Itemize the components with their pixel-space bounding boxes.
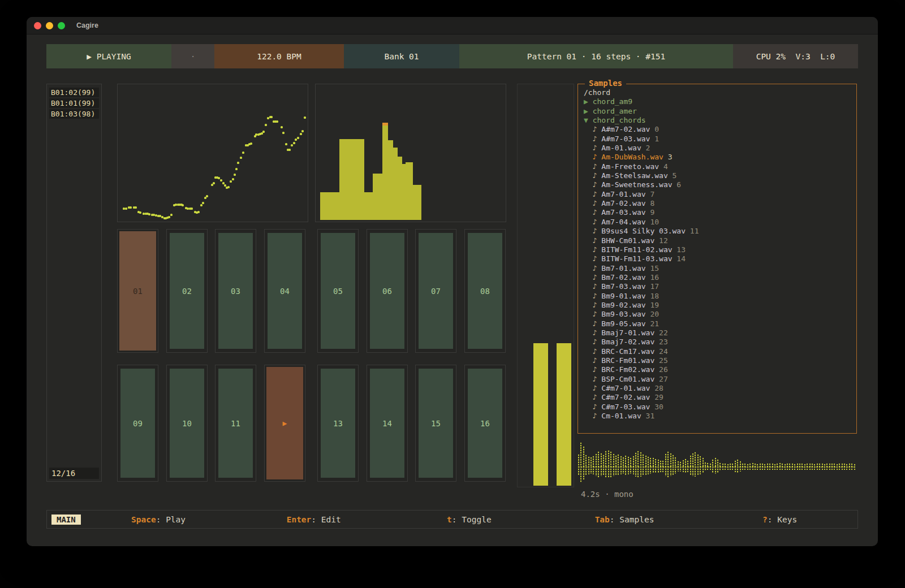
sample-file-row[interactable]: ♪ Am-Freeto.wav 4 bbox=[584, 162, 851, 171]
waveform-column bbox=[759, 463, 761, 467]
folder-row-chord_chords[interactable]: ▼ chord_chords bbox=[584, 116, 851, 125]
waveform-column bbox=[620, 456, 622, 467]
sample-file-row-selected[interactable]: ♪ Am-DubWash.wav 3 bbox=[584, 153, 851, 162]
waveform-column bbox=[607, 450, 610, 467]
scatter-point bbox=[125, 207, 127, 210]
waveform-column bbox=[615, 455, 617, 467]
waveform-column bbox=[642, 468, 644, 475]
status-bank: Bank 01 bbox=[344, 44, 459, 68]
sample-file-row[interactable]: ♪ BHW-Cm01.wav 12 bbox=[584, 236, 851, 245]
waveform-column bbox=[831, 468, 833, 470]
close-icon[interactable] bbox=[34, 22, 41, 29]
zoom-icon[interactable] bbox=[58, 22, 65, 29]
pad-14[interactable]: 14 bbox=[367, 365, 408, 482]
pad-09[interactable]: 09 bbox=[117, 365, 158, 482]
waveform-column bbox=[811, 463, 813, 467]
sample-file-row[interactable]: ♪ Bm7-02.wav 16 bbox=[584, 273, 851, 282]
chevron-right-icon: ▶ bbox=[584, 107, 593, 115]
pad-16[interactable]: 16 bbox=[464, 365, 506, 482]
music-note-icon: ♪ bbox=[584, 356, 601, 365]
pad-11[interactable]: 11 bbox=[215, 365, 256, 482]
sample-file-row[interactable]: ♪ Am-Sweetness.wav 6 bbox=[584, 180, 851, 189]
waveform-column bbox=[588, 456, 590, 467]
waveform-column bbox=[622, 468, 624, 474]
pad-02[interactable]: 02 bbox=[166, 229, 208, 353]
pad-10[interactable]: 10 bbox=[166, 365, 208, 482]
waveform-column bbox=[717, 459, 719, 467]
sample-file-row[interactable]: ♪ Bm9-03.wav 20 bbox=[584, 310, 851, 319]
waveform-column bbox=[694, 468, 696, 477]
status-bpm: 122.0 BPM bbox=[214, 44, 344, 68]
sample-file-row[interactable]: ♪ BITW-Fm11-02.wav 13 bbox=[584, 245, 851, 254]
waveform-column bbox=[657, 468, 660, 473]
waveform-column bbox=[615, 468, 617, 475]
vu-meter-left bbox=[533, 343, 548, 486]
waveform-column bbox=[833, 463, 835, 467]
pad-07[interactable]: 07 bbox=[415, 229, 456, 353]
waveform-column bbox=[652, 457, 654, 467]
pad-12[interactable]: ▶ bbox=[264, 365, 305, 482]
sample-file-row[interactable]: ♪ Bm9-01.wav 18 bbox=[584, 292, 851, 301]
sample-file-row[interactable]: ♪ C#m7-03.wav 30 bbox=[584, 403, 851, 412]
waveform-column bbox=[826, 468, 828, 470]
sample-file-row[interactable]: ♪ B9sus4 Silky 03.wav 11 bbox=[584, 227, 851, 236]
key-name: Space bbox=[131, 515, 156, 524]
chevron-down-icon: ▼ bbox=[584, 116, 593, 124]
scatter-point bbox=[143, 213, 145, 215]
waveform-column bbox=[806, 463, 808, 467]
sample-file-row[interactable]: ♪ Bm9-05.wav 21 bbox=[584, 319, 851, 328]
sample-file-row[interactable]: ♪ BSP-Cm01.wav 27 bbox=[584, 375, 851, 384]
pad-15[interactable]: 15 bbox=[415, 365, 456, 482]
waveform-column bbox=[809, 463, 811, 467]
sample-file-row[interactable]: ♪ Am-01.wav 2 bbox=[584, 144, 851, 153]
sample-file-row[interactable]: ♪ Bmaj7-02.wav 23 bbox=[584, 338, 851, 347]
waveform-column bbox=[627, 456, 630, 467]
folder-row-chord_am9[interactable]: ▶ chord_am9 bbox=[584, 97, 851, 106]
waveform-column bbox=[754, 463, 756, 467]
waveform-column bbox=[794, 468, 796, 470]
sample-file-row[interactable]: ♪ Bm7-01.wav 15 bbox=[584, 264, 851, 273]
pad-13[interactable]: 13 bbox=[317, 365, 359, 482]
sample-file-row[interactable]: ♪ Bm7-03.wav 17 bbox=[584, 282, 851, 291]
pad-01[interactable]: 01 bbox=[117, 229, 158, 353]
waveform-column bbox=[816, 463, 818, 467]
sample-file-row[interactable]: ♪ Am7-02.wav 8 bbox=[584, 199, 851, 208]
waveform-column bbox=[637, 451, 639, 467]
waveform-column bbox=[605, 451, 607, 467]
waveform-column bbox=[801, 468, 803, 470]
sample-file-row[interactable]: ♪ Am7-04.wav 10 bbox=[584, 218, 851, 227]
sample-file-row[interactable]: ♪ Bm9-02.wav 19 bbox=[584, 301, 851, 310]
sample-file-row[interactable]: ♪ C#m7-02.wav 29 bbox=[584, 393, 851, 402]
sample-file-row[interactable]: ♪ Am-Steelsaw.wav 5 bbox=[584, 171, 851, 180]
waveform-column bbox=[712, 468, 714, 473]
music-note-icon: ♪ bbox=[584, 393, 601, 401]
sample-file-row[interactable]: ♪ Am7-03.wav 9 bbox=[584, 208, 851, 217]
minimize-icon[interactable] bbox=[46, 22, 53, 29]
pad-05[interactable]: 05 bbox=[317, 229, 359, 353]
waveform-column bbox=[674, 457, 676, 467]
sample-file-row[interactable]: ♪ Bmaj7-01.wav 22 bbox=[584, 328, 851, 338]
sample-file-row[interactable]: ♪ A#m7-03.wav 1 bbox=[584, 135, 851, 144]
sample-file-row[interactable]: ♪ Cm-01.wav 31 bbox=[584, 412, 851, 421]
waveform-column bbox=[734, 468, 736, 472]
pad-08[interactable]: 08 bbox=[464, 229, 506, 353]
sample-file-row[interactable]: ♪ C#m7-01.wav 28 bbox=[584, 384, 851, 393]
sample-file-row[interactable]: ♪ BRC-Fm02.wav 26 bbox=[584, 365, 851, 374]
sample-file-row[interactable]: ♪ Am7-01.wav 7 bbox=[584, 190, 851, 199]
waveform-column bbox=[749, 463, 751, 467]
waveform-column bbox=[734, 460, 736, 467]
waveform-column bbox=[722, 463, 724, 467]
waveform-column bbox=[660, 460, 662, 467]
folder-row-chord_amer[interactable]: ▶ chord_amer bbox=[584, 107, 851, 116]
waveform-column bbox=[836, 464, 838, 467]
pad-04[interactable]: 04 bbox=[264, 229, 305, 353]
waveform-column bbox=[821, 463, 824, 467]
file-name: Bm9-05.wav bbox=[601, 319, 645, 328]
pad-06[interactable]: 06 bbox=[367, 229, 408, 353]
play-icon: ▶ bbox=[266, 367, 303, 479]
sample-file-row[interactable]: ♪ BITW-Fm11-03.wav 14 bbox=[584, 254, 851, 263]
sample-file-row[interactable]: ♪ BRC-Cm17.wav 24 bbox=[584, 347, 851, 356]
pad-03[interactable]: 03 bbox=[215, 229, 256, 353]
sample-file-row[interactable]: ♪ BRC-Fm01.wav 25 bbox=[584, 356, 851, 365]
sample-file-row[interactable]: ♪ A#m7-02.wav 0 bbox=[584, 125, 851, 134]
